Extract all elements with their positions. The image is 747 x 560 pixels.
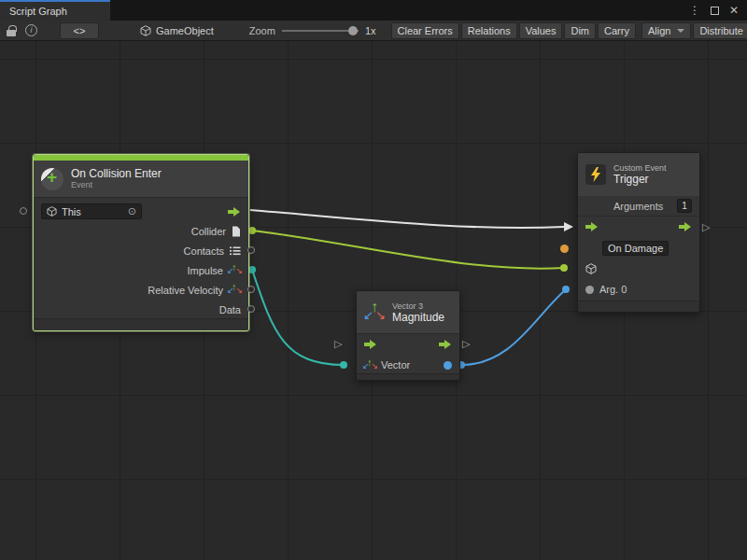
vector3-icon: ↑↙↘ bbox=[364, 302, 385, 323]
contacts-output-port[interactable] bbox=[247, 246, 255, 254]
window-titlebar: Script Graph ⋮ ✕ bbox=[0, 0, 747, 21]
carry-toggle[interactable]: Carry bbox=[598, 22, 636, 39]
port-row-relative-velocity[interactable]: Relative Velocity ↑↙↘ bbox=[34, 280, 248, 300]
event-name-field[interactable]: On Damage bbox=[602, 241, 669, 256]
node-vector3-magnitude[interactable]: ↑↙↘ Vector 3 Magnitude ↑↙↘ Vector bbox=[356, 290, 460, 381]
values-toggle[interactable]: Values bbox=[519, 22, 563, 39]
zoom-slider[interactable] bbox=[282, 30, 359, 32]
port-dot-vector-input bbox=[340, 361, 347, 369]
graph-canvas[interactable]: + On Collision Enter Event This ⊙ Collid… bbox=[0, 41, 747, 560]
object-picker-icon[interactable]: ⊙ bbox=[128, 205, 136, 217]
event-name-input-port[interactable] bbox=[560, 245, 569, 253]
flow-input-icon[interactable] bbox=[585, 222, 599, 231]
vector-flow-out-port[interactable]: ▷ bbox=[462, 338, 470, 349]
cube-icon bbox=[47, 206, 57, 217]
node-footer bbox=[34, 318, 248, 330]
inspect-icon[interactable]: i bbox=[25, 22, 37, 39]
node-header[interactable]: ↑↙↘ Vector 3 Magnitude bbox=[357, 291, 459, 334]
chevron-down-icon bbox=[677, 29, 684, 33]
graph-owner-label[interactable]: GameObject bbox=[156, 25, 214, 36]
wire-flow-collision-to-event bbox=[250, 210, 564, 228]
cube-icon bbox=[585, 263, 597, 274]
port-label: Arg. 0 bbox=[599, 284, 627, 295]
port-row-impulse[interactable]: Impulse ↑↙↘ bbox=[34, 260, 248, 280]
vector3-icon: ↑↙↘ bbox=[364, 359, 376, 371]
list-icon bbox=[230, 246, 241, 256]
data-output-port[interactable] bbox=[247, 305, 255, 313]
zoom-slider-knob[interactable] bbox=[348, 26, 358, 35]
node-title: Trigger bbox=[613, 174, 667, 186]
window-maximize-icon[interactable] bbox=[711, 7, 719, 15]
wire-impulse-to-vector bbox=[252, 270, 344, 365]
port-dot-event-target bbox=[560, 264, 568, 272]
float-output-port[interactable] bbox=[444, 361, 452, 370]
event-flow-out-port[interactable]: ▷ bbox=[702, 221, 710, 232]
gameobject-icon bbox=[140, 22, 151, 39]
node-custom-event-trigger[interactable]: Custom Event Trigger Arguments 1 On Dama… bbox=[577, 152, 700, 313]
port-dot-collider bbox=[248, 227, 256, 234]
wire-magnitude-to-arg0 bbox=[461, 289, 566, 365]
tab-script-graph[interactable]: Script Graph bbox=[0, 0, 110, 21]
arguments-row: Arguments 1 bbox=[578, 196, 699, 217]
document-icon bbox=[232, 226, 241, 237]
port-label: Vector bbox=[381, 359, 410, 371]
collision-event-icon: + bbox=[41, 168, 63, 190]
port-row-collider[interactable]: Collider bbox=[34, 221, 248, 241]
dim-toggle[interactable]: Dim bbox=[564, 22, 596, 39]
relative-velocity-output-port[interactable] bbox=[247, 286, 255, 293]
port-row-vector[interactable]: ↑↙↘ Vector bbox=[357, 355, 459, 375]
code-icon: <> bbox=[74, 25, 86, 36]
flow-output-icon[interactable] bbox=[679, 222, 692, 231]
node-subtitle: Event bbox=[71, 180, 162, 190]
lightning-icon bbox=[585, 164, 606, 185]
collision-target-input-port[interactable] bbox=[20, 207, 27, 215]
node-title: Magnitude bbox=[392, 312, 444, 324]
node-kind: Vector 3 bbox=[392, 301, 444, 312]
port-dot-arg0 bbox=[562, 286, 570, 293]
port-row-data[interactable]: Data bbox=[34, 300, 248, 319]
node-header[interactable]: + On Collision Enter Event bbox=[34, 161, 248, 198]
port-row-contacts[interactable]: Contacts bbox=[34, 241, 248, 260]
graph-toolbar: i <> GameObject Zoom 1x Clear Errors Rel… bbox=[0, 21, 747, 41]
wire-flow-arrowhead-icon bbox=[564, 222, 573, 231]
node-footer bbox=[357, 373, 459, 380]
flow-output-icon[interactable] bbox=[439, 340, 452, 349]
wire-collider-to-event-target bbox=[252, 231, 564, 269]
arguments-label: Arguments bbox=[613, 201, 663, 212]
arguments-count-field[interactable]: 1 bbox=[677, 199, 692, 213]
window-menu-icon[interactable]: ⋮ bbox=[689, 4, 700, 17]
clear-errors-button[interactable]: Clear Errors bbox=[391, 22, 459, 39]
target-row[interactable] bbox=[578, 259, 699, 279]
distribute-dropdown[interactable]: Distribute bbox=[693, 22, 747, 39]
flow-input-icon[interactable] bbox=[364, 340, 377, 349]
zoom-value: 1x bbox=[365, 25, 376, 36]
relations-toggle[interactable]: Relations bbox=[461, 22, 517, 39]
event-name-row[interactable]: On Damage bbox=[578, 237, 699, 259]
node-header[interactable]: Custom Event Trigger bbox=[578, 153, 699, 196]
edit-source-button[interactable]: <> bbox=[60, 22, 99, 39]
align-dropdown[interactable]: Align bbox=[641, 22, 691, 39]
target-value: This bbox=[62, 206, 123, 217]
port-dot-impulse bbox=[248, 266, 256, 273]
flow-output-icon[interactable] bbox=[228, 207, 241, 217]
port-row-arg0[interactable]: Arg. 0 bbox=[578, 279, 699, 300]
node-title: On Collision Enter bbox=[71, 168, 162, 180]
target-field[interactable]: This ⊙ bbox=[41, 203, 142, 219]
arg0-port-icon bbox=[585, 286, 594, 294]
window-close-icon[interactable]: ✕ bbox=[729, 4, 739, 17]
node-footer bbox=[578, 301, 699, 312]
lock-icon[interactable] bbox=[7, 22, 16, 39]
zoom-label: Zoom bbox=[249, 25, 275, 36]
vector3-icon: ↑↙↘ bbox=[229, 264, 241, 276]
node-on-collision-enter[interactable]: + On Collision Enter Event This ⊙ Collid… bbox=[33, 154, 249, 331]
vector-flow-in-port[interactable]: ▷ bbox=[334, 338, 342, 349]
tab-label: Script Graph bbox=[9, 6, 67, 17]
vector3-icon: ↑↙↘ bbox=[229, 284, 241, 296]
